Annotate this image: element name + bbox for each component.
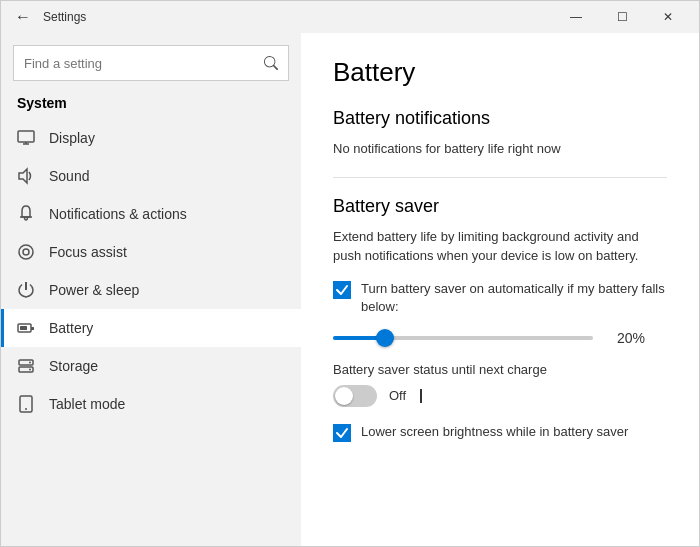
sidebar-item-label-display: Display bbox=[49, 130, 95, 146]
svg-marker-3 bbox=[19, 169, 27, 183]
sidebar-item-notifications[interactable]: Notifications & actions bbox=[1, 195, 301, 233]
battery-saver-title: Battery saver bbox=[333, 196, 667, 217]
battery-saver-desc: Extend battery life by limiting backgrou… bbox=[333, 227, 667, 266]
slider-thumb[interactable] bbox=[376, 329, 394, 347]
storage-icon bbox=[17, 357, 35, 375]
svg-rect-9 bbox=[20, 326, 27, 330]
search-icon bbox=[264, 56, 278, 70]
svg-point-15 bbox=[25, 408, 27, 410]
sidebar-item-focus[interactable]: Focus assist bbox=[1, 233, 301, 271]
svg-point-5 bbox=[19, 245, 33, 259]
sidebar-item-label-focus: Focus assist bbox=[49, 244, 127, 260]
svg-rect-0 bbox=[18, 131, 34, 142]
sidebar-item-label-tablet: Tablet mode bbox=[49, 396, 125, 412]
sidebar-item-storage[interactable]: Storage bbox=[1, 347, 301, 385]
sidebar-item-display[interactable]: Display bbox=[1, 119, 301, 157]
notifications-description: No notifications for battery life right … bbox=[333, 139, 667, 159]
sidebar-item-sound[interactable]: Sound bbox=[1, 157, 301, 195]
tablet-icon bbox=[17, 395, 35, 413]
sidebar-section-label: System bbox=[1, 89, 301, 119]
display-icon bbox=[17, 129, 35, 147]
battery-threshold-slider[interactable] bbox=[333, 336, 593, 340]
search-container bbox=[13, 45, 289, 81]
toggle-knob bbox=[335, 387, 353, 405]
settings-window: ← Settings — ☐ ✕ System bbox=[0, 0, 700, 547]
divider-1 bbox=[333, 177, 667, 178]
sound-icon bbox=[17, 167, 35, 185]
main-panel: Battery Battery notifications No notific… bbox=[301, 33, 699, 546]
auto-battery-saver-checkbox[interactable] bbox=[333, 281, 351, 299]
auto-battery-saver-row: Turn battery saver on automatically if m… bbox=[333, 280, 667, 316]
titlebar: ← Settings — ☐ ✕ bbox=[1, 1, 699, 33]
svg-point-13 bbox=[29, 369, 31, 371]
svg-rect-8 bbox=[31, 327, 34, 330]
focus-icon bbox=[17, 243, 35, 261]
notifications-section-title: Battery notifications bbox=[333, 108, 667, 129]
battery-saver-toggle[interactable] bbox=[333, 385, 377, 407]
sidebar-item-label-sound: Sound bbox=[49, 168, 89, 184]
battery-icon bbox=[17, 319, 35, 337]
slider-value: 20% bbox=[605, 330, 645, 346]
checkmark-icon-2 bbox=[336, 427, 348, 439]
maximize-button[interactable]: ☐ bbox=[599, 1, 645, 33]
sidebar-item-label-battery: Battery bbox=[49, 320, 93, 336]
battery-threshold-slider-row: 20% bbox=[333, 330, 667, 346]
cursor-indicator bbox=[420, 389, 422, 403]
window-title: Settings bbox=[43, 10, 553, 24]
svg-point-12 bbox=[29, 362, 31, 364]
checkmark-icon bbox=[336, 284, 348, 296]
minimize-button[interactable]: — bbox=[553, 1, 599, 33]
page-title: Battery bbox=[333, 57, 667, 88]
lower-brightness-label: Lower screen brightness while in battery… bbox=[361, 423, 628, 441]
window-controls: — ☐ ✕ bbox=[553, 1, 691, 33]
lower-brightness-checkbox[interactable] bbox=[333, 424, 351, 442]
search-button[interactable] bbox=[255, 47, 287, 79]
close-button[interactable]: ✕ bbox=[645, 1, 691, 33]
power-icon bbox=[17, 281, 35, 299]
sidebar-item-power[interactable]: Power & sleep bbox=[1, 271, 301, 309]
sidebar-item-label-storage: Storage bbox=[49, 358, 98, 374]
back-button[interactable]: ← bbox=[9, 3, 37, 31]
sidebar-item-tablet[interactable]: Tablet mode bbox=[1, 385, 301, 423]
sidebar: System Display bbox=[1, 33, 301, 546]
battery-saver-status-label: Battery saver status until next charge bbox=[333, 362, 667, 377]
notifications-icon bbox=[17, 205, 35, 223]
svg-point-6 bbox=[23, 249, 29, 255]
battery-saver-toggle-row: Off bbox=[333, 385, 667, 407]
content-area: System Display bbox=[1, 33, 699, 546]
sidebar-item-label-notifications: Notifications & actions bbox=[49, 206, 187, 222]
auto-battery-saver-label: Turn battery saver on automatically if m… bbox=[361, 280, 667, 316]
sidebar-item-label-power: Power & sleep bbox=[49, 282, 139, 298]
sidebar-item-battery[interactable]: Battery bbox=[1, 309, 301, 347]
toggle-off-label: Off bbox=[389, 388, 406, 403]
search-input[interactable] bbox=[13, 45, 289, 81]
lower-brightness-row: Lower screen brightness while in battery… bbox=[333, 423, 667, 442]
